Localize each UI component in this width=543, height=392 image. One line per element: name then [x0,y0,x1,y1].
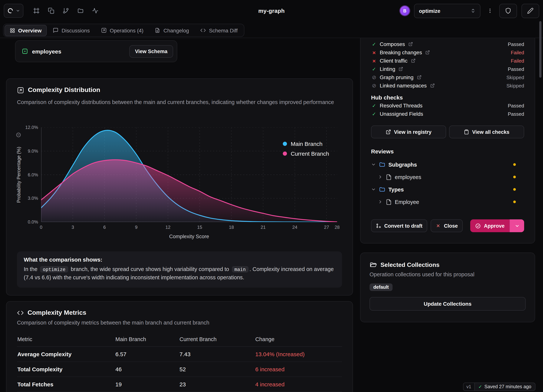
saved-text: Saved 27 minutes ago [484,384,531,389]
tree-row-types[interactable]: Types [371,183,524,196]
tab-label: Schema Diff [209,27,238,33]
tab-bar: Overview Discussions Operations (4) Chan… [3,24,244,37]
check-row: ✓ Resolved Threads Passed [371,101,524,110]
tab-discussions[interactable]: Discussions [48,25,95,36]
check-failed-icon: × [371,57,377,64]
frame-icon[interactable] [33,8,40,14]
external-link-icon[interactable] [408,42,413,46]
check-skipped-icon: ⊘ [371,83,377,89]
legend-item-current-branch[interactable]: Current Branch [283,150,329,157]
external-link-icon[interactable] [430,83,435,88]
view-schema-button[interactable]: View Schema [129,45,173,57]
edit-button[interactable] [521,4,539,18]
reviews-heading: Reviews [371,148,524,155]
x-tick-label: 0 [40,225,42,230]
tree-row-employee[interactable]: Employee [371,196,524,208]
legend-item-main-branch[interactable]: Main Branch [283,140,329,147]
chart-box-icon [17,86,24,94]
main-content: employees View Schema Complexity Distrib… [0,38,543,392]
copy-icon[interactable] [48,8,54,14]
external-link-icon[interactable] [411,58,415,63]
external-link-icon[interactable] [417,75,421,79]
shield-icon [505,8,511,14]
subgraph-icon [22,48,28,55]
approve-options-button[interactable] [509,219,524,232]
folder-icon [379,186,385,193]
check-label[interactable]: Breaking changes [380,49,422,56]
info-title: What the comparison shows: [24,256,335,263]
external-link-icon[interactable] [425,50,430,55]
avatar-initial: B [403,8,407,13]
close-x-icon [436,223,441,228]
table-row: Average Complexity 6.57 7.43 13.04% (Inc… [17,347,342,362]
shield-button[interactable] [499,4,517,18]
metric-main: 6.57 [115,347,179,362]
check-row: × Client traffic Failed [371,56,524,65]
legend-label: Main Branch [291,140,322,147]
tab-schema-diff[interactable]: Schema Diff [195,25,243,36]
tab-overview[interactable]: Overview [5,25,47,36]
wundergraph-logo-icon [7,8,14,14]
metric-change: 6 increased [255,362,342,377]
y-tick-labels: 0.0%3.0%6.0%9.0%12.0% [6,127,38,222]
metric-name: Total Complexity [17,362,115,377]
check-label[interactable]: Composes [380,41,405,47]
convert-to-draft-button[interactable]: Convert to draft [371,219,427,232]
folder-icon[interactable] [77,8,84,14]
avatar[interactable]: B [400,6,409,16]
check-label[interactable]: Client traffic [380,58,407,64]
metrics-subtitle: Comparison of complexity metrics between… [17,320,342,326]
code-icon [17,309,24,316]
x-tick-label: 27 [324,225,329,230]
tab-label: Overview [18,27,42,33]
more-options-button[interactable] [485,4,495,18]
approve-button[interactable]: Approve [470,219,509,232]
app-window: my-graph B optimize [0,0,543,392]
check-label[interactable]: Linting [380,66,395,72]
tree-row-subgraphs[interactable]: Subgraphs [371,158,524,171]
x-tick-label: 9 [135,225,137,230]
tab-operations[interactable]: Operations (4) [96,25,149,36]
git-branch-icon[interactable] [62,8,69,14]
activity-icon[interactable] [92,8,98,14]
check-label[interactable]: Linked namespaces [380,83,427,89]
metric-change: 4 increased [255,377,342,392]
x-tick-label: 21 [260,225,266,230]
distribution-subtitle: Comparison of complexity distributions b… [17,98,341,106]
check-label: Resolved Threads [380,102,423,109]
review-pending-dot [513,201,516,203]
branch-selector[interactable]: optimize [414,4,481,18]
changelog-icon [155,28,160,33]
check-failed-icon: × [371,49,377,56]
tree-label: employees [395,174,421,180]
pencil-icon [527,8,534,14]
org-logo-button[interactable] [4,4,23,18]
tree-row-employees[interactable]: employees [371,171,524,183]
check-row: ✓ Linting Passed [371,65,524,73]
distribution-title-row: Complexity Distribution [17,86,100,94]
external-link-icon[interactable] [399,67,403,71]
y-tick-label: 9.0% [28,149,38,154]
view-in-registry-button[interactable]: View in registry [371,125,446,138]
file-icon [386,199,392,205]
check-skipped-icon: ⊘ [371,74,377,80]
tree-label: Types [388,186,404,192]
collections-title-row: Selected Collections [370,261,526,268]
button-label: View in registry [394,129,431,135]
branch-code-chip: main [232,266,248,273]
check-status: Skipped [506,83,524,88]
chat-icon [53,28,59,33]
update-collections-button[interactable]: Update Collections [370,297,526,311]
chevrons-up-down-icon [471,8,475,13]
close-proposal-button[interactable]: Close [431,219,463,232]
collection-badge: default [370,283,393,291]
scrollbar-thumb[interactable] [539,21,542,78]
info-text-part: In the [24,266,38,272]
check-row: ⊘ Graph pruning Skipped [371,73,524,81]
check-label[interactable]: Graph pruning [380,74,413,80]
collections-subtitle: Operation collections used for this prop… [370,271,526,277]
view-all-checks-button[interactable]: View all checks [449,125,524,138]
chevron-down-icon [515,223,520,228]
tab-changelog[interactable]: Changelog [149,25,194,36]
metric-change: 13.04% (Increased) [255,347,342,362]
